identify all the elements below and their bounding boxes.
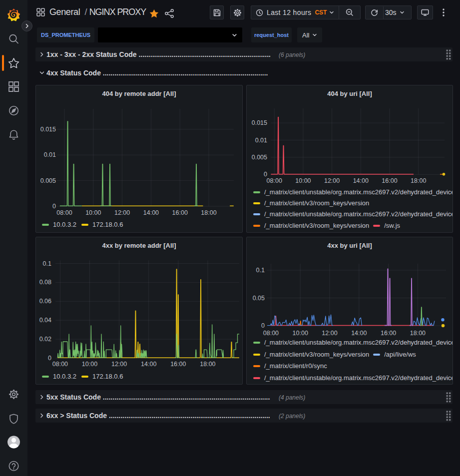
- svg-text:0.1: 0.1: [256, 267, 265, 274]
- svg-text:16:00: 16:00: [382, 177, 397, 184]
- svg-text:10:00: 10:00: [293, 330, 308, 337]
- svg-text:0.005: 0.005: [252, 154, 267, 161]
- svg-text:10:00: 10:00: [295, 177, 311, 184]
- svg-text:0.015: 0.015: [252, 119, 267, 126]
- svg-text:0: 0: [264, 171, 267, 178]
- svg-text:14:00: 14:00: [353, 177, 369, 184]
- svg-text:0: 0: [48, 355, 51, 362]
- svg-text:12:00: 12:00: [322, 330, 337, 337]
- svg-text:16:00: 16:00: [172, 209, 188, 216]
- svg-text:0.02: 0.02: [39, 336, 51, 343]
- svg-text:0.04: 0.04: [39, 317, 51, 324]
- svg-text:14:00: 14:00: [351, 330, 367, 337]
- svg-text:08:00: 08:00: [263, 330, 279, 337]
- svg-text:08:00: 08:00: [56, 209, 72, 216]
- svg-text:16:00: 16:00: [170, 361, 186, 368]
- svg-text:0.08: 0.08: [39, 279, 51, 286]
- svg-text:12:00: 12:00: [111, 361, 127, 368]
- svg-text:0.005: 0.005: [40, 177, 56, 184]
- svg-text:18:00: 18:00: [411, 177, 426, 184]
- svg-text:10:00: 10:00: [82, 361, 97, 368]
- svg-text:0.01: 0.01: [44, 151, 56, 158]
- svg-text:0.06: 0.06: [39, 298, 51, 305]
- svg-text:0.1: 0.1: [43, 260, 51, 267]
- svg-text:18:00: 18:00: [410, 330, 426, 337]
- svg-text:10:00: 10:00: [85, 209, 101, 216]
- svg-text:0.05: 0.05: [253, 295, 265, 302]
- svg-text:08:00: 08:00: [267, 177, 282, 184]
- svg-text:14:00: 14:00: [141, 361, 156, 368]
- svg-text:14:00: 14:00: [143, 209, 159, 216]
- svg-text:12:00: 12:00: [324, 177, 340, 184]
- svg-text:0: 0: [52, 203, 56, 210]
- svg-text:0.015: 0.015: [40, 126, 56, 133]
- svg-text:0: 0: [261, 322, 265, 329]
- svg-text:0.01: 0.01: [255, 137, 267, 144]
- svg-text:18:00: 18:00: [200, 361, 215, 368]
- svg-text:08:00: 08:00: [52, 361, 68, 368]
- svg-text:12:00: 12:00: [114, 209, 130, 216]
- svg-text:16:00: 16:00: [381, 330, 396, 337]
- svg-text:18:00: 18:00: [201, 209, 216, 216]
